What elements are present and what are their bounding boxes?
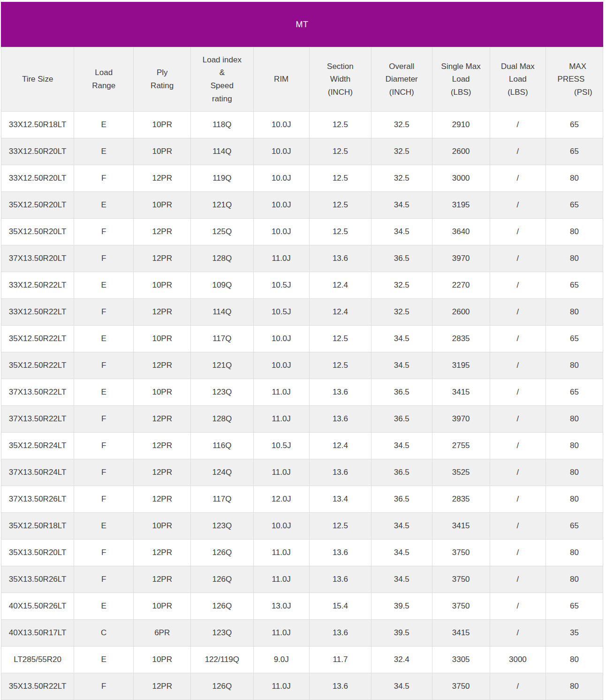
cell-overall-diameter: 34.5 bbox=[371, 513, 432, 540]
cell-rim: 11.0J bbox=[253, 245, 309, 272]
cell-section-width: 12.4 bbox=[309, 433, 371, 459]
cell-rim: 10.0J bbox=[253, 192, 309, 219]
cell-tire-size: 40X15.50R26LT bbox=[1, 593, 74, 620]
cell-load-index-speed-rating: 126Q bbox=[191, 540, 253, 566]
cell-overall-diameter: 36.5 bbox=[371, 379, 432, 406]
cell-tire-size: 35X12.50R22LT bbox=[1, 352, 74, 379]
col-header-load-index-speed-rating: Load index & Speed rating bbox=[191, 47, 253, 112]
cell-dual-max-load: / bbox=[490, 540, 545, 566]
cell-load-range: E bbox=[74, 138, 134, 165]
cell-rim: 11.0J bbox=[253, 673, 309, 700]
cell-load-range: F bbox=[74, 406, 134, 433]
cell-single-max-load: 2755 bbox=[432, 433, 490, 459]
cell-overall-diameter: 34.5 bbox=[371, 352, 432, 379]
table-row: 33X12.50R18LTE10PR118Q10.0J12.532.52910/… bbox=[1, 112, 603, 138]
cell-single-max-load: 3640 bbox=[432, 219, 490, 245]
cell-section-width: 12.5 bbox=[309, 219, 371, 245]
cell-dual-max-load: / bbox=[490, 138, 545, 165]
cell-dual-max-load: / bbox=[490, 459, 545, 486]
cell-dual-max-load: / bbox=[490, 513, 545, 540]
cell-load-range: F bbox=[74, 540, 134, 566]
cell-load-range: F bbox=[74, 433, 134, 459]
cell-single-max-load: 3195 bbox=[432, 352, 490, 379]
cell-load-index-speed-rating: 117Q bbox=[191, 326, 253, 352]
cell-section-width: 13.6 bbox=[309, 566, 371, 593]
cell-ply-rating: 12PR bbox=[134, 352, 191, 379]
cell-load-index-speed-rating: 128Q bbox=[191, 245, 253, 272]
col-header-max-press: MAX PRESS (PSI) bbox=[546, 47, 603, 112]
cell-overall-diameter: 32.4 bbox=[371, 647, 432, 673]
cell-tire-size: 35X13.50R22LT bbox=[1, 673, 74, 700]
cell-max-press: 65 bbox=[546, 272, 603, 299]
cell-rim: 10.0J bbox=[253, 352, 309, 379]
cell-max-press: 80 bbox=[546, 219, 603, 245]
cell-rim: 11.0J bbox=[253, 540, 309, 566]
cell-load-index-speed-rating: 116Q bbox=[191, 433, 253, 459]
table-row: 40X13.50R17LTC6PR123Q11.0J13.639.53415/3… bbox=[1, 620, 603, 647]
cell-max-press: 80 bbox=[546, 165, 603, 192]
cell-dual-max-load: / bbox=[490, 620, 545, 647]
cell-ply-rating: 12PR bbox=[134, 165, 191, 192]
cell-max-press: 80 bbox=[546, 673, 603, 700]
cell-load-index-speed-rating: 126Q bbox=[191, 566, 253, 593]
cell-rim: 11.0J bbox=[253, 459, 309, 486]
cell-ply-rating: 10PR bbox=[134, 272, 191, 299]
cell-max-press: 80 bbox=[546, 406, 603, 433]
cell-load-index-speed-rating: 125Q bbox=[191, 219, 253, 245]
cell-overall-diameter: 36.5 bbox=[371, 459, 432, 486]
cell-dual-max-load: / bbox=[490, 673, 545, 700]
cell-load-index-speed-rating: 121Q bbox=[191, 352, 253, 379]
cell-rim: 10.5J bbox=[253, 299, 309, 326]
cell-tire-size: 35X12.50R18LT bbox=[1, 513, 74, 540]
cell-tire-size: 35X12.50R22LT bbox=[1, 326, 74, 352]
cell-max-press: 80 bbox=[546, 486, 603, 513]
banner-title: MT bbox=[296, 20, 309, 30]
cell-ply-rating: 12PR bbox=[134, 406, 191, 433]
cell-load-range: E bbox=[74, 326, 134, 352]
table-row: 33X12.50R22LTE10PR109Q10.5J12.432.52270/… bbox=[1, 272, 603, 299]
cell-single-max-load: 3415 bbox=[432, 513, 490, 540]
cell-tire-size: 33X12.50R18LT bbox=[1, 112, 74, 138]
cell-section-width: 11.7 bbox=[309, 647, 371, 673]
cell-single-max-load: 3305 bbox=[432, 647, 490, 673]
cell-ply-rating: 10PR bbox=[134, 379, 191, 406]
cell-ply-rating: 12PR bbox=[134, 486, 191, 513]
cell-dual-max-load: / bbox=[490, 486, 545, 513]
col-header-rim: RIM bbox=[253, 47, 309, 112]
col-header-tire-size: Tire Size bbox=[1, 47, 74, 112]
cell-single-max-load: 3970 bbox=[432, 245, 490, 272]
table-row: LT285/55R20E10PR122/119Q9.0J11.732.43305… bbox=[1, 647, 603, 673]
cell-section-width: 12.5 bbox=[309, 513, 371, 540]
cell-load-index-speed-rating: 123Q bbox=[191, 513, 253, 540]
table-row: 37X13.50R22LTE10PR123Q11.0J13.636.53415/… bbox=[1, 379, 603, 406]
cell-section-width: 15.4 bbox=[309, 593, 371, 620]
table-row: 35X13.50R26LTF12PR126Q11.0J13.634.53750/… bbox=[1, 566, 603, 593]
cell-overall-diameter: 34.5 bbox=[371, 326, 432, 352]
cell-section-width: 13.6 bbox=[309, 459, 371, 486]
cell-load-index-speed-rating: 118Q bbox=[191, 112, 253, 138]
cell-single-max-load: 3525 bbox=[432, 459, 490, 486]
cell-load-index-speed-rating: 126Q bbox=[191, 673, 253, 700]
table-row: 35X12.50R22LTF12PR121Q10.0J12.534.53195/… bbox=[1, 352, 603, 379]
cell-single-max-load: 3195 bbox=[432, 192, 490, 219]
cell-load-index-speed-rating: 126Q bbox=[191, 593, 253, 620]
cell-overall-diameter: 32.5 bbox=[371, 165, 432, 192]
cell-tire-size: 33X12.50R20LT bbox=[1, 138, 74, 165]
table-row: 35X13.50R22LTF12PR126Q11.0J13.634.53750/… bbox=[1, 673, 603, 700]
cell-tire-size: 33X12.50R22LT bbox=[1, 299, 74, 326]
cell-max-press: 65 bbox=[546, 513, 603, 540]
cell-rim: 10.5J bbox=[253, 272, 309, 299]
cell-single-max-load: 3415 bbox=[432, 379, 490, 406]
cell-load-range: F bbox=[74, 245, 134, 272]
cell-rim: 10.0J bbox=[253, 513, 309, 540]
cell-section-width: 12.5 bbox=[309, 326, 371, 352]
cell-tire-size: 37X13.50R22LT bbox=[1, 406, 74, 433]
cell-max-press: 80 bbox=[546, 245, 603, 272]
cell-load-range: F bbox=[74, 299, 134, 326]
table-row: 35X12.50R18LTE10PR123Q10.0J12.534.53415/… bbox=[1, 513, 603, 540]
cell-section-width: 12.4 bbox=[309, 272, 371, 299]
cell-tire-size: 35X12.50R24LT bbox=[1, 433, 74, 459]
col-header-single-max-load: Single Max Load (LBS) bbox=[432, 47, 490, 112]
cell-tire-size: 40X13.50R17LT bbox=[1, 620, 74, 647]
cell-section-width: 13.6 bbox=[309, 673, 371, 700]
